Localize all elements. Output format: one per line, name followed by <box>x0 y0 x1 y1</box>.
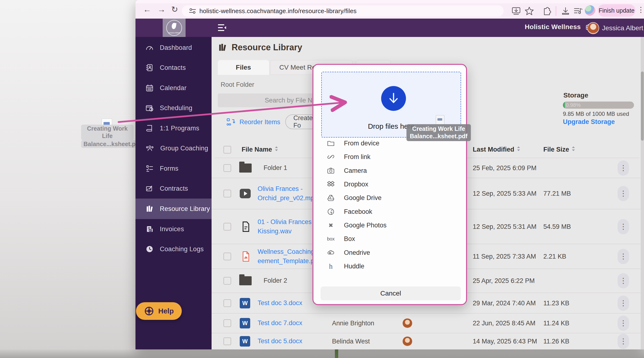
down-arrow-icon <box>387 91 400 105</box>
row-menu-button[interactable]: ⋮ <box>618 186 629 201</box>
upload-option-huddle[interactable]: h Huddle <box>327 261 456 272</box>
user-avatar[interactable] <box>587 22 599 34</box>
row-menu-button[interactable]: ⋮ <box>618 249 629 264</box>
dropbox-icon <box>327 181 335 188</box>
bookmark-star-icon[interactable] <box>524 6 535 16</box>
col-file-size[interactable]: File Size <box>543 146 575 153</box>
upload-option-google-drive[interactable]: Google Drive <box>327 192 456 203</box>
select-all-checkbox[interactable] <box>224 146 231 153</box>
reading-list-icon[interactable] <box>572 6 584 16</box>
workspace-switcher[interactable]: Holistic Wellness <box>525 23 594 31</box>
forms-icon <box>146 165 154 172</box>
brand-logo[interactable]: Jessica Albert <box>163 18 186 37</box>
sort-icon[interactable] <box>517 146 520 153</box>
last-modified: 12 Sep, 2025 5:33 AM <box>473 190 536 197</box>
storage-percent: 0.98% <box>566 102 580 108</box>
sidebar-item-group-coaching[interactable]: Group Coaching <box>136 138 212 158</box>
sidebar-item-11-programs[interactable]: 1:1 Programs <box>136 118 212 138</box>
table-row[interactable]: W Test doc 5.docx Belinda West 14 May, 2… <box>212 333 641 350</box>
file-name[interactable]: Folder 1 <box>264 163 287 173</box>
help-button[interactable]: Help <box>136 302 182 320</box>
invoices-icon: $ <box>146 225 154 233</box>
file-name[interactable]: Test doc 5.docx <box>258 337 302 346</box>
row-checkbox[interactable] <box>224 299 231 307</box>
file-name[interactable]: Wellness_Coaching_eement_Template.p <box>258 247 318 266</box>
site-settings-icon[interactable] <box>185 7 200 15</box>
svg-text:$: $ <box>149 229 151 232</box>
upload-option-google-photos[interactable]: Google Photos <box>327 220 456 231</box>
row-checkbox[interactable] <box>224 277 231 285</box>
row-menu-button[interactable]: ⋮ <box>618 296 629 311</box>
sort-icon[interactable] <box>274 146 278 153</box>
scrollbar-thumb[interactable] <box>641 71 644 141</box>
scheduling-icon <box>146 104 154 112</box>
sort-icon[interactable] <box>572 146 575 153</box>
storage-usage: 9.85 MB of 1000 MB used <box>563 111 629 117</box>
calendar-icon <box>146 84 154 92</box>
upload-option-facebook[interactable]: Facebook <box>327 206 456 217</box>
file-name[interactable]: Test doc 7.docx <box>258 319 302 328</box>
back-icon[interactable]: ← <box>143 2 151 17</box>
sidebar-item-scheduling[interactable]: Scheduling <box>136 98 212 118</box>
workspace-name: Holistic Wellness <box>525 23 581 31</box>
sidebar-item-calendar[interactable]: Calendar <box>136 78 212 98</box>
upgrade-storage-link[interactable]: Upgrade Storage <box>563 118 615 126</box>
file-name[interactable]: Test doc 3.docx <box>258 298 302 308</box>
upload-option-onedrive[interactable]: Onedrive <box>327 247 456 258</box>
install-icon[interactable] <box>510 6 522 16</box>
sidebar-item-coaching-logs[interactable]: Coaching Logs <box>136 239 212 259</box>
upload-option-box[interactable]: box Box <box>327 233 456 244</box>
drop-zone[interactable]: Drop files here Creating Work Life Balan… <box>321 72 461 137</box>
downloads-icon[interactable] <box>560 6 571 16</box>
file-name[interactable]: Folder 2 <box>264 276 287 285</box>
upload-option-from-link[interactable]: From link <box>327 151 456 162</box>
browser-profile-avatar[interactable] <box>585 5 595 16</box>
toolbar-divider <box>556 6 556 16</box>
cancel-button[interactable]: Cancel <box>320 287 461 300</box>
upload-option-dropbox[interactable]: Dropbox <box>327 179 456 190</box>
sidebar-item-dashboard[interactable]: Dashboard <box>136 38 212 58</box>
lifebuoy-icon <box>144 306 154 316</box>
sidebar-item-forms[interactable]: Forms <box>136 158 212 179</box>
col-file-name[interactable]: File Name <box>242 146 278 153</box>
row-checkbox[interactable] <box>224 223 231 231</box>
upload-option-from-device[interactable]: From device <box>327 138 456 149</box>
browser-top-strip <box>136 0 644 3</box>
row-checkbox[interactable] <box>224 319 231 327</box>
reload-icon[interactable]: ↻ <box>171 2 178 17</box>
pdf-file-icon <box>242 251 250 262</box>
row-menu-button[interactable]: ⋮ <box>618 316 629 331</box>
sidebar-item-resource-library[interactable]: Resource Library <box>136 199 212 219</box>
file-size: 77.21 MB <box>543 190 571 197</box>
tab-files[interactable]: Files <box>218 60 269 75</box>
library-title-icon <box>218 43 227 52</box>
dragged-file-label[interactable]: Creating Work Life Balance...ksheet.pdf <box>81 125 134 148</box>
row-checkbox[interactable] <box>224 253 231 260</box>
row-checkbox[interactable] <box>224 338 231 345</box>
forward-icon[interactable]: → <box>158 2 166 17</box>
root-folder-label: Root Folder <box>221 81 254 88</box>
row-checkbox[interactable] <box>224 190 231 197</box>
extensions-icon[interactable] <box>541 6 552 16</box>
table-row[interactable]: W Test doc 7.docx Annie Brighton 22 Jun,… <box>212 314 641 333</box>
file-name[interactable]: 01 - Olivia Frances - KKissing.wav <box>258 217 322 236</box>
row-menu-button[interactable]: ⋮ <box>618 273 629 288</box>
upload-option-camera[interactable]: Camera <box>327 165 456 176</box>
row-menu-button[interactable]: ⋮ <box>618 334 629 349</box>
file-name[interactable]: Olivia Frances -Orchid_pre_v02.mp4 <box>258 184 318 203</box>
url-text: holistic-wellness.coachvantage.info/reso… <box>200 7 356 15</box>
address-bar[interactable]: holistic-wellness.coachvantage.info/reso… <box>182 5 504 17</box>
sidebar-item-contracts[interactable]: Contracts <box>136 179 212 199</box>
sidebar-collapse-icon[interactable] <box>216 23 228 33</box>
col-last-modified[interactable]: Last Modified <box>473 146 520 153</box>
row-menu-button[interactable]: ⋮ <box>618 160 629 176</box>
file-size: 11.23 KB <box>543 299 569 307</box>
reorder-items-button[interactable]: Reorder Items <box>226 118 280 126</box>
last-modified: 25 Feb, 2025 6:09 PM <box>473 164 536 172</box>
finish-update-button[interactable]: Finish update <box>598 4 636 17</box>
sidebar-item-invoices[interactable]: $ Invoices <box>136 219 212 239</box>
browser-menu-icon[interactable]: ⋮ <box>637 2 644 17</box>
row-checkbox[interactable] <box>224 164 231 172</box>
sidebar-item-contacts[interactable]: Contacts <box>136 58 212 78</box>
row-menu-button[interactable]: ⋮ <box>618 219 629 234</box>
